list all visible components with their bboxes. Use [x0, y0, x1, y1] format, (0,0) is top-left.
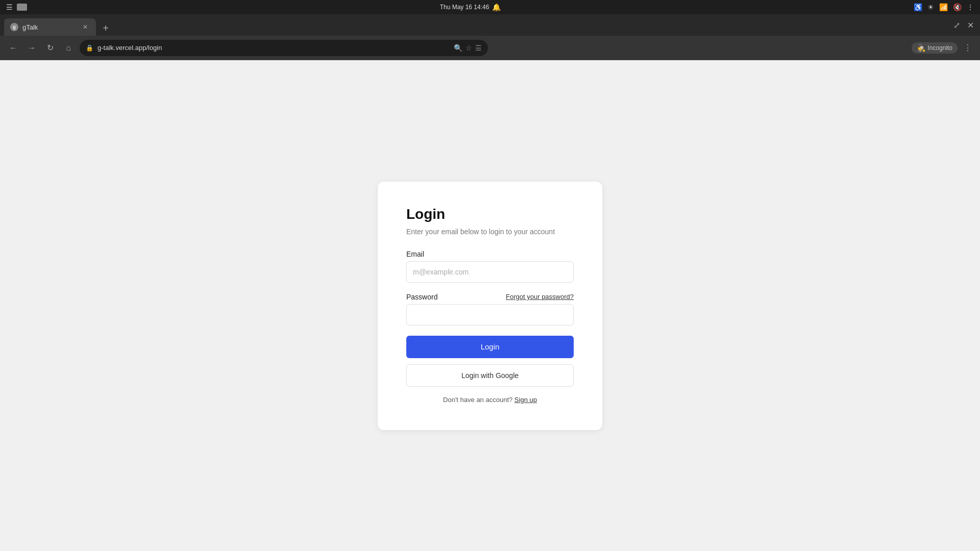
expand-icon[interactable]: ⤢	[951, 18, 962, 32]
password-label-row: Password Forgot your password?	[406, 293, 574, 301]
os-clock: Thu May 16 14:46 🔔	[440, 3, 501, 11]
new-tab-button[interactable]: +	[98, 20, 113, 36]
browser-menu-icon[interactable]: ⋮	[962, 41, 974, 55]
active-tab[interactable]: g gTalk ✕	[4, 18, 96, 36]
address-bar[interactable]: 🔒 g-talk.vercel.app/login 🔍 ☆ ☰	[80, 40, 488, 56]
login-button[interactable]: Login	[406, 336, 574, 358]
accessibility-icon: ♿	[914, 3, 922, 11]
google-login-button[interactable]: Login with Google	[406, 364, 574, 387]
back-button[interactable]: ←	[6, 41, 20, 55]
page-content: Login Enter your email below to login to…	[0, 60, 980, 551]
tab-label: gTalk	[22, 23, 77, 31]
window-close-icon[interactable]: ✕	[965, 18, 976, 32]
password-form-group: Password Forgot your password?	[406, 293, 574, 325]
login-subtitle: Enter your email below to login to your …	[406, 228, 574, 236]
os-menu-icon[interactable]: ☰	[6, 3, 13, 11]
email-input[interactable]	[406, 261, 574, 283]
volume-icon[interactable]: 🔇	[953, 3, 962, 11]
browser-toolbar-right: 🕵 Incognito ⋮	[912, 41, 974, 55]
reload-button[interactable]: ↻	[43, 41, 57, 55]
datetime-text: Thu May 16 14:46	[440, 4, 489, 11]
no-account-text: Don't have an account? Sign up	[406, 396, 574, 404]
overflow-icon[interactable]: ⋮	[967, 3, 974, 11]
sign-up-link[interactable]: Sign up	[514, 396, 537, 404]
forgot-password-link[interactable]: Forgot your password?	[506, 293, 574, 300]
address-bar-actions: 🔍 ☆ ☰	[454, 44, 482, 52]
incognito-label: Incognito	[927, 44, 952, 52]
browser: g gTalk ✕ + ⤢ ✕ ← → ↻ ⌂ 🔒 g-talk.vercel.…	[0, 14, 980, 551]
notification-icon[interactable]: 🔔	[492, 3, 501, 11]
url-text: g-talk.vercel.app/login	[97, 44, 450, 52]
incognito-badge: 🕵 Incognito	[912, 42, 958, 54]
address-bar-row: ← → ↻ ⌂ 🔒 g-talk.vercel.app/login 🔍 ☆ ☰ …	[0, 36, 980, 60]
password-input[interactable]	[406, 304, 574, 325]
password-label: Password	[406, 293, 437, 301]
login-card: Login Enter your email below to login to…	[378, 182, 602, 430]
wifi-icon[interactable]: 📶	[939, 3, 948, 11]
forward-button[interactable]: →	[24, 41, 39, 55]
browser-titlebar-controls: ⤢ ✕	[951, 18, 976, 32]
browser-titlebar: g gTalk ✕ + ⤢ ✕	[0, 14, 980, 36]
home-button[interactable]: ⌂	[61, 41, 76, 55]
login-title: Login	[406, 206, 574, 222]
brightness-icon[interactable]: ☀	[927, 3, 934, 11]
incognito-icon: 🕵	[917, 44, 925, 52]
email-label: Email	[406, 250, 574, 258]
browser-tabs: g gTalk ✕ +	[4, 14, 945, 36]
os-topbar-left: ☰	[6, 3, 27, 11]
tab-favicon: g	[10, 23, 18, 31]
search-icon[interactable]: 🔍	[454, 44, 462, 52]
bookmark-icon[interactable]: ☆	[465, 44, 472, 52]
os-topbar: ☰ Thu May 16 14:46 🔔 ♿ ☀ 📶 🔇 ⋮	[0, 0, 980, 14]
reader-mode-icon[interactable]: ☰	[475, 44, 482, 52]
lock-icon: 🔒	[86, 44, 93, 52]
tab-close-button[interactable]: ✕	[81, 22, 90, 32]
email-form-group: Email	[406, 250, 574, 283]
os-topbar-right: ♿ ☀ 📶 🔇 ⋮	[914, 3, 974, 11]
